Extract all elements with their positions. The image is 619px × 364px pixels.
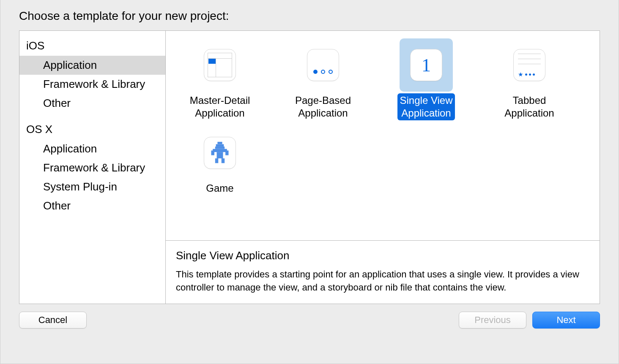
button-label: Next [556,315,575,326]
template-category-sidebar: iOS Application Framework & Library Othe… [19,31,166,304]
button-label: Cancel [38,315,67,326]
template-icon-wrap [296,38,350,92]
new-project-dialog: Choose a template for your new project: … [0,0,619,364]
previous-button[interactable]: Previous [459,312,526,329]
template-single-view[interactable]: 1 Single View Application [380,38,473,120]
svg-rect-5 [213,149,227,152]
sidebar-item-ios-other[interactable]: Other [19,94,165,113]
sidebar-section-ios: iOS [19,36,165,56]
detail-title: Single View Application [176,249,589,262]
template-label: Page-Based Application [293,93,353,120]
template-page-based[interactable]: Page-Based Application [277,38,370,120]
template-detail: Single View Application This template pr… [166,240,600,304]
template-label: Master-Detail Application [187,93,253,120]
page-based-icon [307,49,339,81]
game-character-icon [210,141,230,165]
svg-rect-8 [217,152,223,158]
template-icon-wrap [193,38,247,92]
single-view-glyph: 1 [422,54,431,76]
sidebar-item-osx-other[interactable]: Other [19,196,165,215]
master-detail-icon [204,49,236,81]
next-button[interactable]: Next [532,312,600,329]
svg-rect-10 [222,158,225,163]
sidebar-item-osx-system-plugin[interactable]: System Plug-in [19,177,165,196]
dialog-footer: Cancel Previous Next [0,304,619,336]
sidebar-item-osx-application[interactable]: Application [19,139,165,158]
template-label: Single View Application [397,93,455,120]
dialog-heading: Choose a template for your new project: [0,0,619,30]
svg-rect-7 [225,150,228,155]
template-grid: Master-Detail Application Page-Based App… [166,31,600,240]
svg-rect-1 [216,144,224,147]
template-icon-wrap: ★ [503,38,556,92]
game-icon [204,137,236,169]
svg-rect-0 [217,142,222,144]
svg-rect-4 [215,147,225,149]
sidebar-item-label: Other [43,97,71,109]
main-panel: iOS Application Framework & Library Othe… [19,30,600,304]
detail-body: This template provides a starting point … [176,268,589,294]
template-label: Game [203,181,236,196]
svg-rect-9 [215,158,218,163]
sidebar-item-label: Framework & Library [43,161,145,174]
single-view-icon: 1 [410,49,442,81]
template-tabbed[interactable]: ★ Tabbed Application [483,38,576,120]
template-master-detail[interactable]: Master-Detail Application [173,38,266,120]
sidebar-item-label: System Plug-in [43,180,117,193]
sidebar-item-label: Other [43,199,71,212]
template-icon-wrap [193,126,247,179]
sidebar-item-ios-application[interactable]: Application [19,56,165,75]
button-label: Previous [474,315,511,326]
star-icon: ★ [518,72,523,76]
sidebar-item-osx-framework-library[interactable]: Framework & Library [19,158,165,177]
svg-rect-6 [211,150,214,155]
template-game[interactable]: Game [173,126,266,196]
sidebar-item-label: Application [43,59,97,71]
sidebar-item-ios-framework-library[interactable]: Framework & Library [19,75,165,94]
template-content: Master-Detail Application Page-Based App… [166,31,600,304]
tabbed-icon: ★ [513,49,545,81]
template-label: Tabbed Application [502,93,556,120]
sidebar-item-label: Framework & Library [43,78,145,90]
sidebar-item-label: Application [43,142,97,155]
sidebar-section-osx: OS X [19,120,165,139]
cancel-button[interactable]: Cancel [19,312,87,329]
template-icon-wrap: 1 [400,38,453,92]
